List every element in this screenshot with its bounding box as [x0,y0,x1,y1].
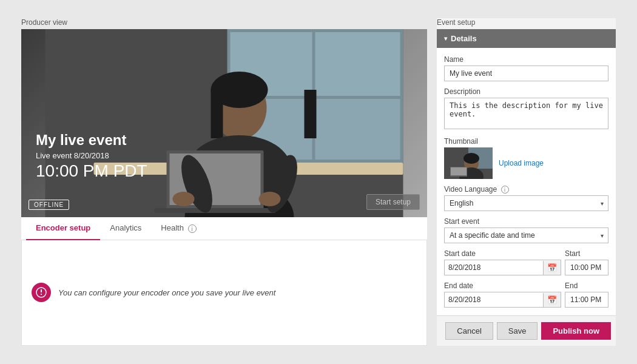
details-content: Name Description This is the description… [437,48,616,315]
svg-rect-22 [41,289,42,292]
end-date-calendar-icon[interactable]: 📅 [543,293,561,307]
tab-analytics[interactable]: Analytics [100,217,151,240]
save-button[interactable]: Save [497,322,538,340]
end-date-input[interactable] [445,292,543,307]
encoder-message: You can configure your encoder once you … [58,288,275,297]
video-scene [21,29,427,217]
start-event-select-wrapper: At a specific date and time ▾ [444,228,608,243]
right-panel: Event setup ▾ Details Name Description T… [437,18,616,346]
svg-rect-23 [41,294,42,295]
video-event-date: Live event 8/20/2018 [36,151,147,160]
start-time-field: Start [565,249,608,275]
end-time-label: End [565,281,608,290]
thumbnail-row: Upload image [444,147,608,179]
video-overlay-text: My live event Live event 8/20/2018 10:00… [36,132,147,181]
footer-buttons: Cancel Save Publish now [437,315,616,346]
svg-rect-16 [155,208,276,213]
cancel-button[interactable]: Cancel [445,322,493,340]
end-date-input-wrapper: 📅 [444,292,561,308]
description-label: Description [444,87,608,96]
end-date-label: End date [444,281,561,290]
start-date-calendar-icon[interactable]: 📅 [543,261,561,275]
health-info-icon: i [188,224,197,233]
svg-rect-30 [451,167,467,175]
tab-health[interactable]: Health i [151,217,206,240]
details-section-label: Details [451,34,477,43]
start-date-field: Start date 📅 [444,249,561,275]
video-preview: My live event Live event 8/20/2018 10:00… [21,29,427,217]
right-panel-content: ▾ Details Name Description This is the d… [437,29,616,315]
name-label: Name [444,55,608,64]
svg-point-27 [463,153,479,164]
end-date-time-row: End date 📅 End [444,281,608,308]
svg-rect-10 [211,90,223,138]
start-date-input-wrapper: 📅 [444,260,561,275]
svg-point-19 [173,192,195,206]
thumbnail-label: Thumbnail [444,137,608,146]
name-field-group: Name [444,55,608,81]
thumbnail-svg [444,147,493,179]
details-section-header[interactable]: ▾ Details [437,29,616,48]
encoder-alert-icon [32,283,51,302]
start-time-input[interactable] [565,260,608,275]
video-language-info-icon: i [501,186,509,194]
svg-point-20 [259,192,281,206]
start-date-label: Start date [444,249,561,258]
description-input[interactable]: This is the description for my live even… [444,98,608,129]
tabs-bar: Encoder setup Analytics Health i [21,217,427,240]
description-field-group: Description This is the description for … [444,87,608,131]
publish-now-button[interactable]: Publish now [541,322,611,340]
offline-badge: OFFLINE [29,200,69,210]
svg-rect-5 [315,99,400,160]
thumbnail-field-group: Thumbnail [444,137,608,179]
svg-rect-11 [305,90,317,138]
start-setup-button[interactable]: Start setup [366,194,420,210]
video-language-label: Video Language i [444,185,608,194]
producer-view-label: Producer view [21,18,427,27]
start-date-time-row: Start date 📅 Start [444,249,608,275]
end-time-field: End [565,281,608,308]
tab-encoder-setup[interactable]: Encoder setup [26,217,100,240]
svg-rect-3 [315,32,400,96]
video-event-title: My live event [36,132,147,149]
start-event-label: Start event [444,217,608,226]
video-language-field-group: Video Language i English ▾ [444,185,608,211]
details-chevron-icon: ▾ [444,35,447,42]
thumbnail-preview [444,147,493,179]
upload-image-link[interactable]: Upload image [499,159,544,167]
video-language-select-wrapper: English ▾ [444,195,608,211]
end-date-field: End date 📅 [444,281,561,308]
start-date-input[interactable] [445,260,543,275]
event-setup-title: Event setup [437,18,616,27]
start-event-field-group: Start event At a specific date and time … [444,217,608,243]
left-panel: Producer view [21,18,427,346]
name-input[interactable] [444,66,608,81]
encoder-info-box: You can configure your encoder once you … [21,240,427,346]
video-language-select[interactable]: English [444,195,608,211]
start-event-select[interactable]: At a specific date and time [444,228,608,243]
end-time-input[interactable] [565,292,608,308]
video-event-time: 10:00 PM PDT [36,161,147,181]
start-time-label: Start [565,249,608,258]
